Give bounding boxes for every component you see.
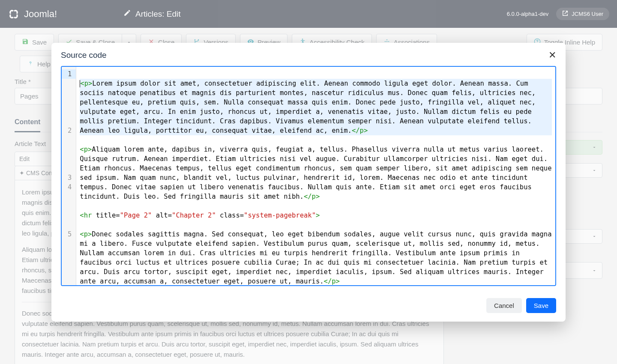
version-text: 6.0.0-alpha1-dev <box>507 11 549 17</box>
tab-content[interactable]: Content <box>15 113 40 132</box>
brand-text: Joomla! <box>24 9 57 20</box>
svg-point-3 <box>302 39 303 40</box>
source-code-modal: Source code ✕ 1 2 3 4 5 <p>Lorem ipsum d… <box>51 43 566 322</box>
modal-save-button[interactable]: Save <box>526 298 556 313</box>
modal-footer: Cancel Save <box>51 293 566 322</box>
editor-menu-edit[interactable]: Edit <box>19 155 30 162</box>
save-button[interactable]: Save <box>15 34 54 51</box>
svg-point-0 <box>195 39 196 41</box>
code-text[interactable]: <p>Lorem ipsum dolor sit amet, consectet… <box>76 67 555 285</box>
modal-close-button[interactable]: ✕ <box>548 50 556 61</box>
joomla-logo-icon <box>8 8 20 20</box>
source-code-editor[interactable]: 1 2 3 4 5 <p>Lorem ipsum dolor sit amet,… <box>61 66 556 286</box>
modal-cancel-button[interactable]: Cancel <box>486 298 522 313</box>
user-menu[interactable]: JCMS6 User <box>556 8 609 20</box>
joomla-small-icon: ✦ <box>19 170 24 176</box>
modal-title: Source code <box>61 51 107 60</box>
pencil-icon <box>123 9 131 19</box>
app-header: Joomla! Articles: Edit 6.0.0-alpha1-dev … <box>0 0 617 28</box>
line-gutter: 1 2 3 4 5 <box>62 67 76 285</box>
external-link-icon <box>562 10 568 18</box>
page-title: Articles: Edit <box>123 9 507 19</box>
header-right: 6.0.0-alpha1-dev JCMS6 User <box>507 8 609 20</box>
brand[interactable]: Joomla! <box>8 8 123 20</box>
save-icon <box>22 38 29 46</box>
modal-overlay: Source code ✕ 1 2 3 4 5 <p>Lorem ipsum d… <box>0 0 617 364</box>
svg-point-2 <box>198 39 199 41</box>
